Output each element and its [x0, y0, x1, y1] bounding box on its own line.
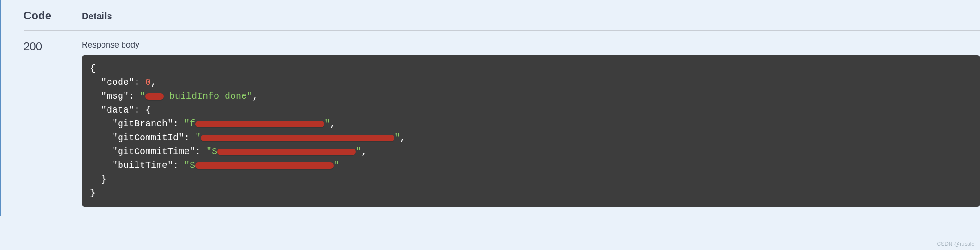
response-body-label: Response body [82, 40, 980, 50]
json-val-gitbranch-prefix: "f [184, 119, 195, 129]
json-val-msg-prefix: " [140, 91, 145, 101]
column-headers: Code Details [24, 9, 980, 31]
header-details: Details [82, 11, 112, 22]
json-val-msg-suffix: buildInfo done" [164, 91, 252, 101]
json-key-data: "data" [101, 105, 134, 115]
json-val-gitcommittime-prefix: "S [206, 146, 217, 157]
json-val-gitbranch-suffix: " [324, 119, 330, 129]
json-val-builttime-prefix: "S [184, 160, 195, 171]
response-panel: Code Details 200 Response body { "code":… [1, 0, 980, 216]
response-row: 200 Response body { "code": 0, "msg": " … [24, 40, 980, 207]
json-val-gitcommitid-suffix: " [394, 132, 400, 143]
json-key-gitcommittime: "gitCommitTime" [112, 146, 195, 157]
header-code: Code [24, 9, 82, 22]
json-key-builttime: "builtTime" [112, 160, 173, 171]
json-val-gitcommitid-prefix: " [195, 132, 201, 143]
status-code: 200 [24, 40, 82, 53]
json-key-gitcommitid: "gitCommitId" [112, 132, 184, 143]
json-key-msg: "msg" [101, 91, 129, 101]
details-column: Response body { "code": 0, "msg": " buil… [82, 40, 980, 207]
json-key-code: "code" [101, 77, 134, 88]
json-val-gitcommittime-suffix: " [356, 146, 361, 157]
json-val-code: 0 [145, 77, 151, 88]
response-body-code[interactable]: { "code": 0, "msg": " buildInfo done", "… [82, 55, 980, 207]
json-val-builttime-suffix: " [334, 160, 339, 171]
json-key-gitbranch: "gitBranch" [112, 119, 173, 129]
